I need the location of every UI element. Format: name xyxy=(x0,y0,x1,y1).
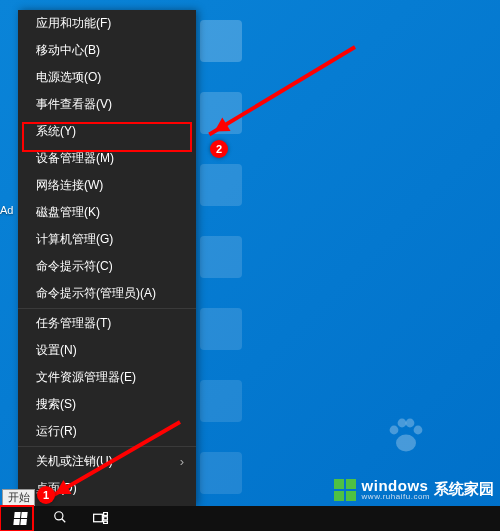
menu-item-computer-management[interactable]: 计算机管理(G) xyxy=(18,226,196,253)
menu-item-disk-management[interactable]: 磁盘管理(K) xyxy=(18,199,196,226)
windows-logo-icon xyxy=(13,512,27,525)
menu-item-label: 运行(R) xyxy=(36,424,77,438)
menu-item-label: 磁盘管理(K) xyxy=(36,205,100,219)
menu-item-apps-features[interactable]: 应用和功能(F) xyxy=(18,10,196,37)
svg-point-4 xyxy=(396,435,416,452)
menu-item-label: 计算机管理(G) xyxy=(36,232,113,246)
menu-item-shutdown-signout[interactable]: 关机或注销(U) xyxy=(18,448,196,475)
menu-item-label: 文件资源管理器(E) xyxy=(36,370,136,384)
desktop-icon[interactable] xyxy=(200,20,242,62)
desktop-icon[interactable] xyxy=(200,380,242,422)
menu-item-label: 设备管理器(M) xyxy=(36,151,114,165)
watermark-brand-cn: 系统家园 xyxy=(434,480,494,499)
svg-rect-10 xyxy=(103,521,107,524)
desktop-icon[interactable] xyxy=(200,92,242,134)
svg-rect-9 xyxy=(103,516,107,519)
menu-item-label: 任务管理器(T) xyxy=(36,316,111,330)
menu-item-command-prompt[interactable]: 命令提示符(C) xyxy=(18,253,196,280)
desktop-icon[interactable] xyxy=(200,236,242,278)
menu-item-task-manager[interactable]: 任务管理器(T) xyxy=(18,310,196,337)
taskview-icon xyxy=(93,510,108,528)
svg-point-1 xyxy=(398,419,407,428)
menu-item-event-viewer[interactable]: 事件查看器(V) xyxy=(18,91,196,118)
desktop-icon[interactable] xyxy=(200,164,242,206)
start-button[interactable] xyxy=(0,506,40,531)
menu-item-label: 系统(Y) xyxy=(36,124,76,138)
pawprint-watermark xyxy=(382,412,430,471)
watermark-url: www.ruhaifu.com xyxy=(362,493,430,501)
menu-item-label: 移动中心(B) xyxy=(36,43,100,57)
winx-menu: 应用和功能(F) 移动中心(B) 电源选项(O) 事件查看器(V) 系统(Y) … xyxy=(18,10,196,506)
watermark: windows www.ruhaifu.com 系统家园 xyxy=(334,478,494,501)
menu-separator xyxy=(18,308,196,309)
desktop-icon[interactable] xyxy=(200,308,242,350)
svg-point-2 xyxy=(406,419,415,428)
desktop-icon[interactable] xyxy=(200,452,242,494)
desktop-icon-label: Ad xyxy=(0,204,13,216)
menu-item-label: 网络连接(W) xyxy=(36,178,103,192)
menu-item-settings[interactable]: 设置(N) xyxy=(18,337,196,364)
annotation-step-2: 2 xyxy=(210,140,228,158)
svg-point-0 xyxy=(390,426,399,435)
menu-item-label: 命令提示符(C) xyxy=(36,259,113,273)
menu-item-system[interactable]: 系统(Y) xyxy=(18,118,196,145)
menu-separator xyxy=(18,446,196,447)
annotation-step-1: 1 xyxy=(37,486,55,504)
watermark-text: windows www.ruhaifu.com xyxy=(362,478,430,501)
svg-point-5 xyxy=(55,511,63,519)
svg-rect-7 xyxy=(93,514,102,522)
menu-item-device-manager[interactable]: 设备管理器(M) xyxy=(18,145,196,172)
menu-item-run[interactable]: 运行(R) xyxy=(18,418,196,445)
search-icon xyxy=(53,510,67,528)
taskbar-taskview-button[interactable] xyxy=(80,506,120,531)
watermark-brand-en: windows xyxy=(362,478,430,493)
menu-item-command-prompt-admin[interactable]: 命令提示符(管理员)(A) xyxy=(18,280,196,307)
menu-item-power-options[interactable]: 电源选项(O) xyxy=(18,64,196,91)
taskbar-search-button[interactable] xyxy=(40,506,80,531)
svg-line-6 xyxy=(62,518,66,522)
watermark-logo-icon xyxy=(334,479,356,501)
svg-rect-8 xyxy=(103,512,107,515)
menu-item-network-connections[interactable]: 网络连接(W) xyxy=(18,172,196,199)
menu-item-label: 关机或注销(U) xyxy=(36,454,113,468)
svg-point-3 xyxy=(414,426,423,435)
menu-item-mobility-center[interactable]: 移动中心(B) xyxy=(18,37,196,64)
menu-item-label: 设置(N) xyxy=(36,343,77,357)
menu-item-label: 应用和功能(F) xyxy=(36,16,111,30)
menu-item-label: 事件查看器(V) xyxy=(36,97,112,111)
menu-item-search[interactable]: 搜索(S) xyxy=(18,391,196,418)
menu-item-label: 命令提示符(管理员)(A) xyxy=(36,286,156,300)
taskbar xyxy=(0,506,500,531)
menu-item-file-explorer[interactable]: 文件资源管理器(E) xyxy=(18,364,196,391)
start-tooltip: 开始 xyxy=(2,489,35,506)
menu-item-label: 搜索(S) xyxy=(36,397,76,411)
menu-item-label: 电源选项(O) xyxy=(36,70,101,84)
